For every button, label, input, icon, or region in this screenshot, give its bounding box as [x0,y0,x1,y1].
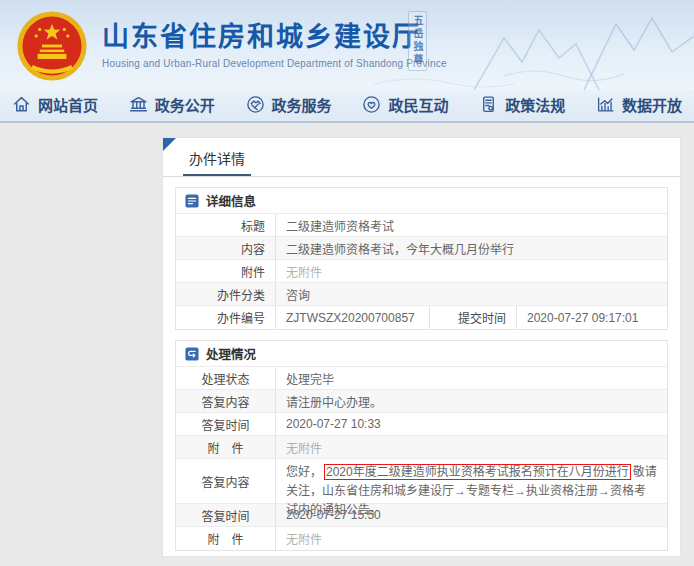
table-row: 办件编号 ZJTWSZX20200700857 提交时间 2020-07-27 … [176,306,667,329]
field-value: 无附件 [276,527,667,550]
detail-info-section: 详细信息 标题 二级建造师资格考试 内容 二级建造师资格考试，今年大概几月份举行… [175,187,668,330]
nav-item-policies[interactable]: 政策法规 [475,94,569,115]
table-row: 标题 二级建造师资格考试 [176,214,667,237]
field-value: 无附件 [276,260,667,282]
document-icon [479,95,498,114]
field-label: 处理状态 [176,367,276,389]
field-value: 您好，2020年度二级建造师执业资格考试报名预计在八月份进行敬请关注，山东省住房… [276,459,667,503]
nav-label: 政务公开 [155,94,215,115]
field-value: 二级建造师资格考试，今年大概几月份举行 [276,237,667,259]
field-label: 内容 [176,237,276,259]
heart-icon [362,95,381,114]
corner-decoration [163,138,176,151]
process-status-header: 处理情况 [176,341,667,367]
nav-item-gov-affairs[interactable]: 政务公开 [125,94,219,115]
nav-label: 政务服务 [272,94,332,115]
detail-info-header: 详细信息 [176,188,667,214]
process-status-section: 处理情况 处理状态 处理完毕 答复内容 请注册中心办理。 答复时间 2020-0… [175,340,668,551]
section-title: 详细信息 [206,191,256,210]
nav-item-gov-service[interactable]: 政务服务 [242,94,336,115]
national-emblem-icon [16,10,88,82]
nav-label: 政民互动 [388,94,448,115]
nav-item-interaction[interactable]: 政民互动 [358,94,452,115]
field-label: 附件 [176,260,276,282]
field-label: 答复时间 [176,504,276,526]
table-row: 答复内容 请注册中心办理。 [176,390,667,413]
highlighted-answer: 2020年度二级建造师执业资格考试报名预计在八月份进行 [324,464,631,480]
main-nav: 网站首页 政务公开 政务服务 [0,90,694,123]
field-label: 答复内容 [176,459,276,503]
field-value: 2020-07-27 09:17:01 [517,306,667,329]
table-row: 附 件 无附件 [176,436,667,459]
nav-item-home[interactable]: 网站首页 [8,94,102,115]
field-label: 答复内容 [176,390,276,412]
field-value: 咨询 [276,283,667,305]
site-title: 山东省住房和城乡建设厅 [102,21,447,53]
field-value: ZJTWSZX20200700857 [276,306,429,329]
nav-label: 政策法规 [505,94,565,115]
nav-label: 网站首页 [38,94,98,115]
site-subtitle: Housing and Urban-Rural Development Depa… [102,58,447,69]
table-row: 答复内容 您好，2020年度二级建造师执业资格考试报名预计在八月份进行敬请关注，… [176,459,667,504]
table-row: 办件分类 咨询 [176,283,667,306]
decorative-seal: 五岳独尊 [408,11,427,71]
table-row: 内容 二级建造师资格考试，今年大概几月份举行 [176,237,667,260]
table-row: 答复时间 2020-07-27 15:50 [176,504,667,527]
field-label: 提交时间 [429,306,517,329]
field-value: 2020-07-27 15:50 [276,504,667,526]
list-icon [185,194,199,208]
home-icon [12,95,31,114]
field-value: 请注册中心办理。 [276,390,667,412]
section-title: 处理情况 [206,344,256,363]
handshake-icon [246,95,265,114]
reply-icon [185,347,199,361]
table-row: 答复时间 2020-07-27 10:33 [176,413,667,436]
field-value: 2020-07-27 10:33 [276,413,667,435]
bank-icon [129,95,148,114]
nav-item-open-data[interactable]: 数据开放 [592,94,686,115]
tabbar: 办件详情 [163,138,680,177]
site-header: 山东省住房和城乡建设厅 Housing and Urban-Rural Deve… [0,0,694,90]
field-label: 附 件 [176,527,276,550]
chart-icon [596,95,615,114]
site-title-block: 山东省住房和城乡建设厅 Housing and Urban-Rural Deve… [102,21,447,69]
field-value: 无附件 [276,436,667,458]
field-label: 答复时间 [176,413,276,435]
field-value: 处理完毕 [276,367,667,389]
case-detail-panel: 办件详情 详细信息 标题 二级建造师资格考试 [163,138,680,556]
field-value: 二级建造师资格考试 [276,214,667,236]
tab-case-detail[interactable]: 办件详情 [183,148,251,176]
table-row: 附 件 无附件 [176,527,667,550]
reply-prefix: 您好， [286,465,322,479]
table-row: 处理状态 处理完毕 [176,367,667,390]
field-label: 办件分类 [176,283,276,305]
field-label: 标题 [176,214,276,236]
table-row: 附件 无附件 [176,260,667,283]
field-label: 附 件 [176,436,276,458]
screen: 山东省住房和城乡建设厅 Housing and Urban-Rural Deve… [0,0,694,566]
nav-label: 数据开放 [622,94,682,115]
main-area: 办件详情 详细信息 标题 二级建造师资格考试 [0,123,694,564]
field-label: 办件编号 [176,306,276,329]
